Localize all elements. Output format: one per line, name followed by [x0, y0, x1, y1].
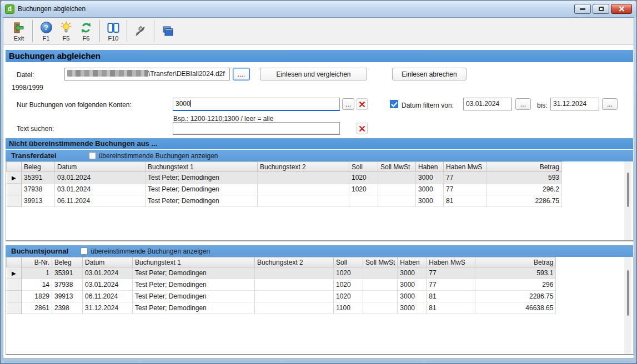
table-cell[interactable]: Test Peter; Demodingen [133, 267, 255, 279]
maximize-button[interactable] [593, 4, 609, 14]
column-header[interactable]: Buchungstext 1 [146, 162, 258, 172]
table-row[interactable]: ▶3539103.01.2024Test Peter; Demodingen10… [7, 172, 562, 184]
table-cell[interactable] [363, 291, 398, 302]
table-cell[interactable]: 1020 [349, 172, 378, 184]
table-cell[interactable]: 593 [486, 172, 562, 184]
column-header[interactable]: Beleg [52, 257, 83, 267]
row-selector[interactable] [7, 184, 22, 195]
table-cell[interactable]: 1829 [22, 291, 52, 302]
help-f1-button[interactable]: ? F1 [36, 18, 56, 44]
table-cell[interactable] [378, 195, 416, 207]
accounts-clear-button[interactable] [357, 98, 368, 110]
table-cell[interactable]: 77 [444, 172, 486, 184]
table-cell[interactable]: Test Peter; Demodingen [146, 195, 258, 207]
table-cell[interactable] [363, 302, 398, 314]
transfer-scrollbar[interactable] [624, 161, 631, 240]
table-cell[interactable] [255, 267, 334, 279]
column-header[interactable]: Haben MwS [427, 257, 475, 267]
table-cell[interactable]: 296.2 [486, 184, 562, 195]
table-cell[interactable]: 35391 [52, 267, 83, 279]
text-search-clear-button[interactable] [357, 123, 368, 134]
scrollbar-thumb[interactable] [627, 173, 629, 207]
row-selector[interactable] [7, 195, 22, 207]
table-cell[interactable]: Test Peter; Demodingen [133, 302, 255, 314]
column-header[interactable]: Datum [55, 162, 146, 172]
table-cell[interactable]: 39913 [52, 291, 83, 302]
table-cell[interactable] [258, 172, 349, 184]
scrollbar-thumb[interactable] [627, 270, 629, 316]
table-cell[interactable]: 31.12.2024 [83, 302, 133, 314]
accounts-browse-button[interactable]: ... [342, 98, 354, 110]
columns-f10-button[interactable]: F10 [103, 18, 123, 44]
table-cell[interactable]: 77 [427, 279, 475, 291]
table-row[interactable]: 3991306.11.2024Test Peter; Demodingen300… [7, 195, 562, 207]
table-cell[interactable] [349, 195, 378, 207]
column-header[interactable]: Soll MwSt [363, 257, 398, 267]
table-cell[interactable]: Test Peter; Demodingen [146, 184, 258, 195]
open-form-button[interactable] [158, 18, 178, 44]
table-cell[interactable]: Test Peter; Demodingen [146, 172, 258, 184]
table-cell[interactable]: 2861 [22, 302, 52, 314]
table-cell[interactable]: 14 [22, 279, 52, 291]
column-header[interactable]: Haben MwS [444, 162, 486, 172]
close-button[interactable] [611, 4, 632, 14]
row-selector[interactable] [7, 291, 22, 302]
table-cell[interactable] [363, 279, 398, 291]
file-browse-button[interactable]: .... [233, 68, 250, 80]
column-header[interactable]: Soll [334, 257, 363, 267]
column-header[interactable]: Soll [349, 162, 378, 172]
table-cell[interactable]: Test Peter; Demodingen [133, 279, 255, 291]
table-cell[interactable] [255, 302, 334, 314]
accounts-input[interactable]: 3000 [173, 98, 340, 111]
table-cell[interactable]: 1 [22, 267, 52, 279]
table-cell[interactable]: 2398 [52, 302, 83, 314]
file-path-input[interactable]: \Transfer\DEBIall2024.d2f [64, 68, 230, 80]
date-from-browse-button[interactable]: ... [515, 98, 531, 110]
row-selector[interactable]: ▶ [7, 172, 22, 184]
table-cell[interactable] [378, 184, 416, 195]
column-header[interactable]: Beleg [22, 162, 55, 172]
table-cell[interactable]: 81 [444, 195, 486, 207]
column-header[interactable]: Haben [416, 162, 444, 172]
column-header[interactable]: Soll MwSt [378, 162, 416, 172]
table-cell[interactable] [255, 291, 334, 302]
cancel-read-button[interactable]: Einlesen abrechen [392, 68, 467, 80]
row-selector[interactable] [7, 279, 22, 291]
table-cell[interactable]: 06.11.2024 [83, 291, 133, 302]
table-cell[interactable]: 03.01.2024 [55, 172, 146, 184]
row-selector[interactable]: ▶ [7, 267, 22, 279]
table-cell[interactable]: 2286.75 [475, 291, 556, 302]
table-cell[interactable] [258, 184, 349, 195]
table-cell[interactable]: 3000 [416, 184, 444, 195]
table-row[interactable]: 2861239831.12.2024Test Peter; Demodingen… [7, 302, 556, 314]
table-cell[interactable] [378, 172, 416, 184]
table-cell[interactable]: 03.01.2024 [83, 279, 133, 291]
tip-f5-button[interactable]: F5 [56, 18, 76, 44]
table-cell[interactable]: 3000 [398, 291, 427, 302]
table-cell[interactable] [258, 195, 349, 207]
table-cell[interactable]: 3000 [398, 279, 427, 291]
table-cell[interactable]: 1020 [334, 267, 363, 279]
table-cell[interactable]: 06.11.2024 [55, 195, 146, 207]
table-row[interactable]: 18293991306.11.2024Test Peter; Demodinge… [7, 291, 556, 302]
table-cell[interactable]: 81 [427, 302, 475, 314]
date-to-browse-button[interactable]: ... [602, 98, 618, 110]
date-to-input[interactable]: 31.12.2024 [550, 98, 599, 110]
column-header[interactable]: Haben [398, 257, 427, 267]
table-cell[interactable]: 1020 [349, 184, 378, 195]
text-search-input[interactable] [173, 122, 340, 135]
minimize-button[interactable] [574, 4, 591, 14]
table-cell[interactable]: 3000 [416, 172, 444, 184]
table-row[interactable]: 143793803.01.2024Test Peter; Demodingen1… [7, 279, 556, 291]
table-cell[interactable]: 81 [427, 291, 475, 302]
journal-show-matching-checkbox[interactable] [81, 247, 88, 255]
table-cell[interactable]: 35391 [22, 172, 55, 184]
table-cell[interactable]: 2286.75 [486, 195, 562, 207]
table-row[interactable]: ▶13539103.01.2024Test Peter; Demodingen1… [7, 267, 556, 279]
row-selector[interactable] [7, 302, 22, 314]
table-cell[interactable]: 39913 [22, 195, 55, 207]
column-header[interactable]: Buchungstext 2 [255, 257, 334, 267]
table-cell[interactable]: 77 [427, 267, 475, 279]
table-cell[interactable]: 296 [475, 279, 556, 291]
table-cell[interactable]: Test Peter; Demodingen [133, 291, 255, 302]
